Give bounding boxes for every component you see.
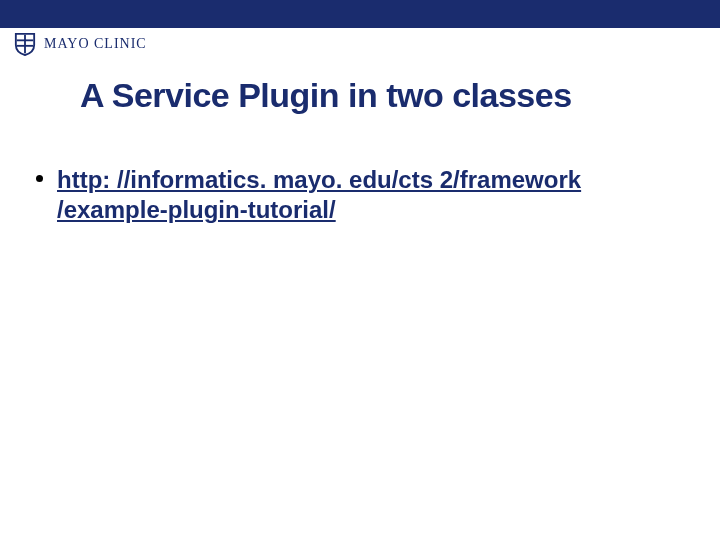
slide-body: http: //informatics. mayo. edu/cts 2/fra… bbox=[36, 165, 684, 225]
slide-title: A Service Plugin in two classes bbox=[80, 76, 720, 115]
bullet-item: http: //informatics. mayo. edu/cts 2/fra… bbox=[36, 165, 684, 225]
top-bar bbox=[0, 0, 720, 28]
mayo-shield-icon bbox=[14, 32, 36, 56]
tutorial-link[interactable]: http: //informatics. mayo. edu/cts 2/fra… bbox=[57, 165, 677, 225]
bullet-dot-icon bbox=[36, 175, 43, 182]
brand-text: MAYO CLINIC bbox=[44, 36, 147, 52]
logo-row: MAYO CLINIC bbox=[0, 28, 720, 60]
